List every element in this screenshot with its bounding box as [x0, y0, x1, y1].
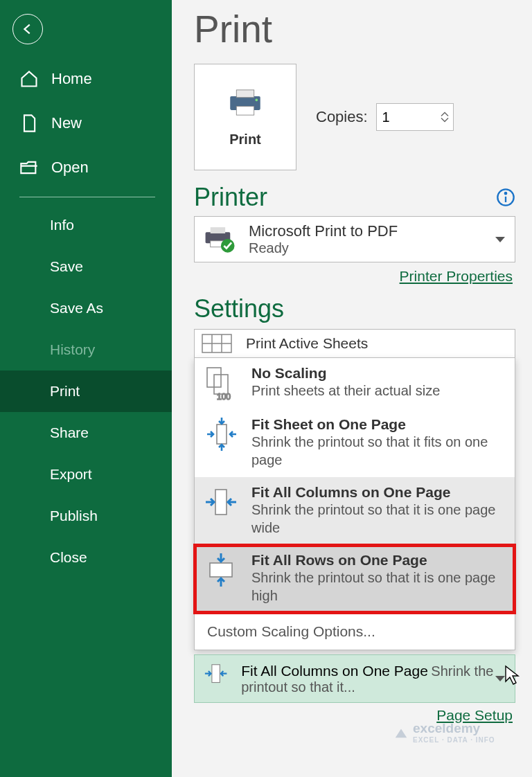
backstage-sidebar: Home New Open Info Save Save As History … [0, 0, 172, 777]
printer-header: Printer [194, 183, 267, 212]
chevron-down-icon [495, 237, 505, 242]
printer-status: Ready [249, 240, 398, 256]
sidebar-item-label: Save [50, 258, 83, 275]
copies-field[interactable] [382, 109, 431, 125]
sidebar-item-print[interactable]: Print [0, 370, 172, 412]
scaling-option-desc: Shrink the printout so that it fits on o… [251, 433, 506, 469]
chevron-down-icon [495, 676, 505, 681]
scaling-selector[interactable]: Fit All Columns on One Page Shrink the p… [194, 654, 515, 703]
scaling-option-desc: Shrink the printout so that it is one pa… [251, 569, 506, 605]
sidebar-item-history: History [0, 329, 172, 370]
new-icon [19, 114, 39, 133]
scaling-option-desc: Shrink the printout so that it is one pa… [251, 501, 506, 537]
no-scaling-icon: 100 [203, 365, 239, 401]
page-title: Print [194, 7, 515, 51]
info-icon[interactable] [496, 188, 515, 207]
svg-point-3 [256, 98, 258, 101]
sidebar-item-new[interactable]: New [0, 101, 172, 145]
sheets-icon [202, 334, 232, 353]
printer-properties-link[interactable]: Printer Properties [194, 268, 513, 285]
print-active-sheets-selector[interactable]: Print Active Sheets [194, 329, 515, 357]
printer-name: Microsoft Print to PDF [249, 222, 398, 240]
sidebar-item-label: Info [50, 217, 74, 233]
sidebar-item-label: Close [50, 549, 87, 566]
home-icon [19, 69, 39, 89]
svg-rect-7 [211, 227, 225, 233]
svg-text:100: 100 [217, 392, 231, 401]
scaling-option-title: Fit Sheet on One Page [251, 416, 506, 433]
scaling-dropdown: 100 No Scaling Print sheets at their act… [194, 357, 515, 650]
fit-rows-icon [203, 552, 239, 588]
sidebar-divider [19, 197, 155, 197]
fit-columns-icon [203, 661, 229, 697]
sidebar-item-close[interactable]: Close [0, 537, 172, 578]
sidebar-item-label: Share [50, 425, 89, 441]
sidebar-item-export[interactable]: Export [0, 454, 172, 495]
print-button[interactable]: Print [194, 64, 296, 170]
copies-label: Copies: [316, 108, 368, 126]
sidebar-item-publish[interactable]: Publish [0, 495, 172, 537]
sidebar-item-info[interactable]: Info [0, 204, 172, 246]
back-arrow-icon [20, 21, 35, 37]
copies-input[interactable] [376, 103, 454, 131]
fit-columns-icon [203, 484, 239, 520]
watermark: exceldemyEXCEL · DATA · INFO [393, 721, 495, 744]
scaling-option-fit-sheet[interactable]: Fit Sheet on One Page Shrink the printou… [195, 409, 515, 477]
sidebar-item-label: New [51, 114, 82, 132]
scaling-option-no-scaling[interactable]: 100 No Scaling Print sheets at their act… [195, 358, 515, 409]
sidebar-item-label: History [50, 341, 95, 358]
sidebar-item-share[interactable]: Share [0, 412, 172, 454]
fit-sheet-icon [203, 416, 239, 452]
svg-rect-16 [210, 563, 232, 577]
sidebar-item-save-as[interactable]: Save As [0, 287, 172, 329]
scaling-option-fit-columns[interactable]: Fit All Columns on One Page Shrink the p… [195, 477, 515, 545]
print-active-sheets-label: Print Active Sheets [246, 335, 368, 352]
watermark-icon [393, 725, 409, 740]
scaling-option-title: Fit All Rows on One Page [251, 552, 506, 569]
sidebar-item-label: Print [50, 383, 80, 400]
scaling-option-title: Fit All Columns on One Page [251, 484, 506, 501]
svg-point-5 [505, 193, 506, 194]
svg-rect-17 [212, 665, 220, 683]
copies-down-icon[interactable] [441, 117, 449, 123]
sidebar-item-label: Home [51, 70, 92, 88]
sidebar-item-home[interactable]: Home [0, 57, 172, 101]
printer-icon [225, 87, 265, 118]
sidebar-item-save[interactable]: Save [0, 246, 172, 287]
sidebar-item-open[interactable]: Open [0, 145, 172, 190]
scaling-option-desc: Print sheets at their actual size [251, 382, 440, 400]
sidebar-item-label: Save As [50, 300, 103, 316]
scaling-option-fit-rows[interactable]: Fit All Rows on One Page Shrink the prin… [195, 545, 515, 613]
scaling-option-title: No Scaling [251, 365, 440, 382]
folder-open-icon [19, 158, 39, 177]
back-button[interactable] [12, 14, 43, 44]
svg-rect-2 [236, 106, 254, 115]
cursor-icon [504, 665, 521, 686]
copies-up-icon[interactable] [441, 111, 449, 117]
custom-scaling-option[interactable]: Custom Scaling Options... [195, 613, 515, 650]
svg-rect-14 [217, 425, 227, 444]
sidebar-item-label: Export [50, 466, 92, 483]
sidebar-item-label: Publish [50, 508, 98, 524]
svg-rect-15 [215, 490, 227, 515]
svg-rect-1 [236, 89, 254, 97]
settings-header: Settings [194, 294, 515, 323]
printer-selector[interactable]: Microsoft Print to PDF Ready [194, 216, 515, 262]
print-button-label: Print [229, 132, 261, 148]
scaling-selected-title: Fit All Columns on One Page [241, 663, 428, 679]
print-panel: Print Print Copies: Printer Microsoft Pr… [172, 0, 532, 777]
printer-status-icon [203, 225, 238, 254]
sidebar-item-label: Open [51, 159, 89, 177]
